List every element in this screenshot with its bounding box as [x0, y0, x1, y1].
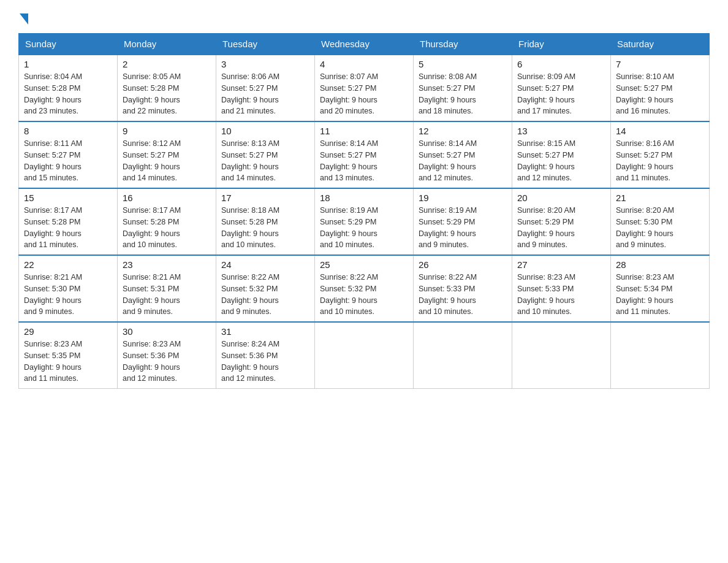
calendar-cell: 31 Sunrise: 8:24 AM Sunset: 5:36 PM Dayl… — [216, 322, 315, 389]
calendar-cell: 24 Sunrise: 8:22 AM Sunset: 5:32 PM Dayl… — [216, 255, 315, 322]
week-row-3: 15 Sunrise: 8:17 AM Sunset: 5:28 PM Dayl… — [19, 188, 710, 255]
calendar-header-row: SundayMondayTuesdayWednesdayThursdayFrid… — [19, 34, 710, 55]
day-number: 30 — [123, 326, 211, 337]
day-number: 21 — [616, 193, 704, 203]
day-number: 3 — [221, 59, 309, 69]
logo — [18, 12, 29, 21]
calendar-cell: 7 Sunrise: 8:10 AM Sunset: 5:27 PM Dayli… — [611, 55, 710, 121]
day-number: 27 — [517, 259, 605, 270]
day-number: 8 — [24, 126, 112, 136]
col-header-thursday: Thursday — [414, 34, 512, 55]
calendar-cell: 8 Sunrise: 8:11 AM Sunset: 5:27 PM Dayli… — [19, 121, 118, 188]
day-number: 25 — [320, 259, 408, 270]
col-header-friday: Friday — [512, 34, 611, 55]
day-info: Sunrise: 8:10 AM Sunset: 5:27 PM Dayligh… — [616, 71, 704, 117]
day-info: Sunrise: 8:04 AM Sunset: 5:28 PM Dayligh… — [24, 71, 112, 117]
calendar-cell: 18 Sunrise: 8:19 AM Sunset: 5:29 PM Dayl… — [315, 188, 414, 255]
day-info: Sunrise: 8:09 AM Sunset: 5:27 PM Dayligh… — [517, 71, 605, 117]
calendar-cell: 1 Sunrise: 8:04 AM Sunset: 5:28 PM Dayli… — [19, 55, 118, 121]
day-info: Sunrise: 8:23 AM Sunset: 5:34 PM Dayligh… — [616, 272, 704, 318]
day-info: Sunrise: 8:08 AM Sunset: 5:27 PM Dayligh… — [419, 71, 507, 117]
day-info: Sunrise: 8:19 AM Sunset: 5:29 PM Dayligh… — [320, 205, 408, 251]
day-info: Sunrise: 8:13 AM Sunset: 5:27 PM Dayligh… — [221, 138, 309, 184]
day-info: Sunrise: 8:14 AM Sunset: 5:27 PM Dayligh… — [320, 138, 408, 184]
day-number: 19 — [419, 193, 507, 203]
day-number: 16 — [123, 193, 211, 203]
day-info: Sunrise: 8:17 AM Sunset: 5:28 PM Dayligh… — [24, 205, 112, 251]
day-info: Sunrise: 8:23 AM Sunset: 5:35 PM Dayligh… — [24, 339, 112, 385]
day-number: 20 — [517, 193, 605, 203]
day-number: 23 — [123, 259, 211, 270]
day-number: 18 — [320, 193, 408, 203]
day-info: Sunrise: 8:22 AM Sunset: 5:32 PM Dayligh… — [320, 272, 408, 318]
day-number: 7 — [616, 59, 704, 69]
day-number: 26 — [419, 259, 507, 270]
calendar-cell: 13 Sunrise: 8:15 AM Sunset: 5:27 PM Dayl… — [512, 121, 611, 188]
day-number: 17 — [221, 193, 309, 203]
logo-text — [18, 12, 29, 23]
day-number: 1 — [24, 59, 112, 69]
day-info: Sunrise: 8:12 AM Sunset: 5:27 PM Dayligh… — [123, 138, 211, 184]
day-number: 10 — [221, 126, 309, 136]
day-number: 22 — [24, 259, 112, 270]
col-header-sunday: Sunday — [19, 34, 118, 55]
calendar-cell: 17 Sunrise: 8:18 AM Sunset: 5:28 PM Dayl… — [216, 188, 315, 255]
calendar-cell: 11 Sunrise: 8:14 AM Sunset: 5:27 PM Dayl… — [315, 121, 414, 188]
day-info: Sunrise: 8:19 AM Sunset: 5:29 PM Dayligh… — [419, 205, 507, 251]
day-info: Sunrise: 8:24 AM Sunset: 5:36 PM Dayligh… — [221, 339, 309, 385]
day-info: Sunrise: 8:06 AM Sunset: 5:27 PM Dayligh… — [221, 71, 309, 117]
calendar-cell: 14 Sunrise: 8:16 AM Sunset: 5:27 PM Dayl… — [611, 121, 710, 188]
day-number: 31 — [221, 326, 309, 337]
calendar-cell: 28 Sunrise: 8:23 AM Sunset: 5:34 PM Dayl… — [611, 255, 710, 322]
day-info: Sunrise: 8:14 AM Sunset: 5:27 PM Dayligh… — [419, 138, 507, 184]
day-info: Sunrise: 8:05 AM Sunset: 5:28 PM Dayligh… — [123, 71, 211, 117]
calendar-cell: 20 Sunrise: 8:20 AM Sunset: 5:29 PM Dayl… — [512, 188, 611, 255]
day-number: 15 — [24, 193, 112, 203]
day-info: Sunrise: 8:20 AM Sunset: 5:30 PM Dayligh… — [616, 205, 704, 251]
page-header — [18, 12, 710, 21]
week-row-4: 22 Sunrise: 8:21 AM Sunset: 5:30 PM Dayl… — [19, 255, 710, 322]
col-header-wednesday: Wednesday — [315, 34, 414, 55]
day-number: 14 — [616, 126, 704, 136]
day-info: Sunrise: 8:21 AM Sunset: 5:30 PM Dayligh… — [24, 272, 112, 318]
calendar-cell: 15 Sunrise: 8:17 AM Sunset: 5:28 PM Dayl… — [19, 188, 118, 255]
day-number: 2 — [123, 59, 211, 69]
calendar-cell: 3 Sunrise: 8:06 AM Sunset: 5:27 PM Dayli… — [216, 55, 315, 121]
calendar-cell: 21 Sunrise: 8:20 AM Sunset: 5:30 PM Dayl… — [611, 188, 710, 255]
calendar-cell: 22 Sunrise: 8:21 AM Sunset: 5:30 PM Dayl… — [19, 255, 118, 322]
day-info: Sunrise: 8:11 AM Sunset: 5:27 PM Dayligh… — [24, 138, 112, 184]
calendar-cell: 5 Sunrise: 8:08 AM Sunset: 5:27 PM Dayli… — [414, 55, 512, 121]
calendar-cell: 6 Sunrise: 8:09 AM Sunset: 5:27 PM Dayli… — [512, 55, 611, 121]
calendar-cell — [315, 322, 414, 389]
day-number: 5 — [419, 59, 507, 69]
calendar-cell: 25 Sunrise: 8:22 AM Sunset: 5:32 PM Dayl… — [315, 255, 414, 322]
calendar-cell — [512, 322, 611, 389]
calendar-cell — [414, 322, 512, 389]
day-info: Sunrise: 8:23 AM Sunset: 5:33 PM Dayligh… — [517, 272, 605, 318]
day-info: Sunrise: 8:16 AM Sunset: 5:27 PM Dayligh… — [616, 138, 704, 184]
col-header-tuesday: Tuesday — [216, 34, 315, 55]
day-number: 12 — [419, 126, 507, 136]
day-number: 4 — [320, 59, 408, 69]
week-row-2: 8 Sunrise: 8:11 AM Sunset: 5:27 PM Dayli… — [19, 121, 710, 188]
day-number: 24 — [221, 259, 309, 270]
calendar-cell: 27 Sunrise: 8:23 AM Sunset: 5:33 PM Dayl… — [512, 255, 611, 322]
day-number: 13 — [517, 126, 605, 136]
col-header-saturday: Saturday — [611, 34, 710, 55]
calendar-cell: 30 Sunrise: 8:23 AM Sunset: 5:36 PM Dayl… — [118, 322, 216, 389]
day-info: Sunrise: 8:20 AM Sunset: 5:29 PM Dayligh… — [517, 205, 605, 251]
day-info: Sunrise: 8:07 AM Sunset: 5:27 PM Dayligh… — [320, 71, 408, 117]
day-number: 11 — [320, 126, 408, 136]
calendar-table: SundayMondayTuesdayWednesdayThursdayFrid… — [18, 33, 710, 389]
calendar-cell: 2 Sunrise: 8:05 AM Sunset: 5:28 PM Dayli… — [118, 55, 216, 121]
calendar-cell: 16 Sunrise: 8:17 AM Sunset: 5:28 PM Dayl… — [118, 188, 216, 255]
day-info: Sunrise: 8:15 AM Sunset: 5:27 PM Dayligh… — [517, 138, 605, 184]
day-info: Sunrise: 8:22 AM Sunset: 5:33 PM Dayligh… — [419, 272, 507, 318]
day-info: Sunrise: 8:21 AM Sunset: 5:31 PM Dayligh… — [123, 272, 211, 318]
calendar-cell: 23 Sunrise: 8:21 AM Sunset: 5:31 PM Dayl… — [118, 255, 216, 322]
day-info: Sunrise: 8:18 AM Sunset: 5:28 PM Dayligh… — [221, 205, 309, 251]
calendar-cell — [611, 322, 710, 389]
day-number: 6 — [517, 59, 605, 69]
col-header-monday: Monday — [118, 34, 216, 55]
week-row-1: 1 Sunrise: 8:04 AM Sunset: 5:28 PM Dayli… — [19, 55, 710, 121]
